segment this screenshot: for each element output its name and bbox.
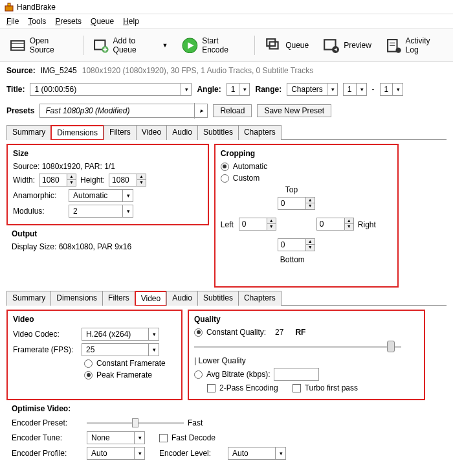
crop-left-input[interactable] xyxy=(239,218,267,230)
menu-queue[interactable]: Queue xyxy=(87,16,118,27)
twopass-check[interactable] xyxy=(207,384,215,392)
slider-thumb-icon[interactable] xyxy=(387,341,395,352)
start-encode-button[interactable]: Start Encode xyxy=(176,33,250,58)
spin-down-icon[interactable]: ▼ xyxy=(137,180,146,186)
tab-chapters[interactable]: Chapters xyxy=(238,125,282,140)
save-preset-button[interactable]: Save New Preset xyxy=(257,104,331,117)
chevron-down-icon[interactable]: ▼ xyxy=(162,42,168,49)
crop-left-label: Left xyxy=(221,220,234,229)
anamorphic-label: Anamorphic: xyxy=(13,191,65,200)
video-panel: Video Video Codec: H.264 (x264) ▾ Framer… xyxy=(6,310,182,400)
tab2-chapters[interactable]: Chapters xyxy=(238,291,282,306)
spin-down-icon[interactable]: ▼ xyxy=(67,180,76,186)
encoder-profile-select[interactable]: Auto ▾ xyxy=(87,447,145,460)
source-info: 1080x1920 (1080x1920), 30 FPS, 1 Audio T… xyxy=(82,66,314,75)
spin-up-icon[interactable]: ▲ xyxy=(137,174,146,180)
reload-button[interactable]: Reload xyxy=(213,104,252,117)
fps-select[interactable]: 25 ▾ xyxy=(82,343,159,356)
anamorphic-select[interactable]: Automatic ▾ xyxy=(69,189,133,202)
tab-subtitles[interactable]: Subtitles xyxy=(197,125,239,140)
crop-center-spinner[interactable]: ▲▼ xyxy=(278,238,315,251)
crop-auto-radio[interactable] xyxy=(221,163,229,171)
crop-top-input[interactable] xyxy=(278,198,305,209)
range-from-select[interactable]: 1 ▾ xyxy=(343,83,367,96)
queue-label: Queue xyxy=(285,41,309,50)
quality-slider[interactable] xyxy=(194,341,401,352)
slider-thumb-icon[interactable] xyxy=(132,418,138,427)
size-source-info: Source: 1080x1920, PAR: 1/1 xyxy=(13,162,203,171)
turbo-check[interactable] xyxy=(293,384,301,392)
queue-button[interactable]: Queue xyxy=(259,34,315,57)
height-label: Height: xyxy=(80,176,105,185)
height-spinner[interactable]: ▲▼ xyxy=(109,174,146,187)
add-queue-button[interactable]: Add to Queue ▼ xyxy=(87,33,173,58)
modulus-select[interactable]: 2 ▾ xyxy=(69,205,133,218)
encoder-level-select[interactable]: Auto ▾ xyxy=(228,447,286,460)
tab-summary[interactable]: Summary xyxy=(6,125,51,140)
toolbar: Open Source Add to Queue ▼ Start Encode … xyxy=(0,29,453,62)
constant-fr-radio[interactable] xyxy=(84,359,93,368)
output-line: Display Size: 608x1080, PAR 9x16 xyxy=(12,242,204,251)
avg-bitrate-radio[interactable] xyxy=(194,370,203,379)
menu-file[interactable]: File xyxy=(3,16,23,27)
title-row: Title: 1 (00:00:56) ▾ Angle: 1 ▾ Range: … xyxy=(0,79,453,100)
width-label: Width: xyxy=(13,176,35,185)
width-spinner[interactable]: ▲▼ xyxy=(39,174,76,187)
tab2-summary[interactable]: Summary xyxy=(6,291,51,306)
crop-right-input[interactable] xyxy=(317,218,344,230)
menu-tools[interactable]: Tools xyxy=(24,16,50,27)
tab2-audio[interactable]: Audio xyxy=(166,291,198,306)
crop-right-spinner[interactable]: ▲▼ xyxy=(316,218,354,231)
title-select[interactable]: 1 (00:00:56) ▾ xyxy=(30,83,192,96)
crop-center-input[interactable] xyxy=(278,239,305,251)
title-value: 1 (00:00:56) xyxy=(30,84,80,95)
tab-video[interactable]: Video xyxy=(136,125,167,140)
angle-select[interactable]: 1 ▾ xyxy=(226,83,250,96)
codec-select[interactable]: H.264 (x264) ▾ xyxy=(82,328,159,341)
width-input[interactable] xyxy=(39,174,67,186)
preview-button[interactable]: Preview xyxy=(317,34,377,57)
tab-filters[interactable]: Filters xyxy=(104,125,137,140)
cq-label: Constant Quality: xyxy=(206,328,266,337)
menu-help[interactable]: Help xyxy=(119,16,143,27)
tab2-video[interactable]: Video xyxy=(135,291,167,306)
twopass-label: 2-Pass Encoding xyxy=(219,383,278,392)
spin-up-icon[interactable]: ▲ xyxy=(67,174,76,180)
height-input[interactable] xyxy=(109,174,137,186)
activity-log-button[interactable]: Activity Log xyxy=(380,33,449,58)
cq-radio[interactable] xyxy=(194,328,203,337)
crop-custom-radio[interactable] xyxy=(221,174,229,183)
tab-dimensions[interactable]: Dimensions xyxy=(50,125,104,140)
crop-left-spinner[interactable]: ▲▼ xyxy=(239,218,276,231)
avg-bitrate-input[interactable] xyxy=(274,368,319,381)
source-row: Source: IMG_5245 1080x1920 (1080x1920), … xyxy=(0,62,453,79)
encoder-preset-slider[interactable] xyxy=(87,417,184,429)
encoder-tune-value: None xyxy=(87,433,114,443)
presets-label: Presets xyxy=(6,106,34,115)
avg-bitrate-label: Avg Bitrate (kbps): xyxy=(206,370,270,379)
chevron-down-icon: ▾ xyxy=(356,83,366,96)
open-source-button[interactable]: Open Source xyxy=(4,33,79,58)
picture-plus-icon xyxy=(93,37,109,54)
lower-quality-label: | Lower Quality xyxy=(194,356,419,365)
tab2-filters[interactable]: Filters xyxy=(102,291,135,306)
fastdecode-check[interactable] xyxy=(159,434,168,442)
range-kind-select[interactable]: Chapters ▾ xyxy=(287,83,338,96)
encoder-tune-select[interactable]: None ▾ xyxy=(87,431,145,444)
tab2-subtitles[interactable]: Subtitles xyxy=(197,291,239,306)
peak-fr-radio[interactable] xyxy=(84,371,93,380)
quality-heading: Quality xyxy=(194,315,419,324)
start-encode-label: Start Encode xyxy=(202,36,245,54)
encoder-profile-label: Encoder Profile: xyxy=(12,449,83,458)
tab2-dimensions[interactable]: Dimensions xyxy=(50,291,103,306)
tab-audio[interactable]: Audio xyxy=(166,125,198,140)
menu-presets[interactable]: Presets xyxy=(51,16,85,27)
modulus-value: 2 xyxy=(69,206,82,216)
encoder-preset-text: Fast xyxy=(188,418,203,427)
crop-top-spinner[interactable]: ▲▼ xyxy=(278,197,315,210)
range-from-value: 1 xyxy=(344,84,356,95)
cq-unit: RF xyxy=(295,328,305,337)
chevron-down-icon: ▾ xyxy=(134,431,144,444)
range-to-select[interactable]: 1 ▾ xyxy=(380,83,404,96)
preset-select[interactable]: Fast 1080p30 (Modified) ▸ xyxy=(39,104,208,118)
